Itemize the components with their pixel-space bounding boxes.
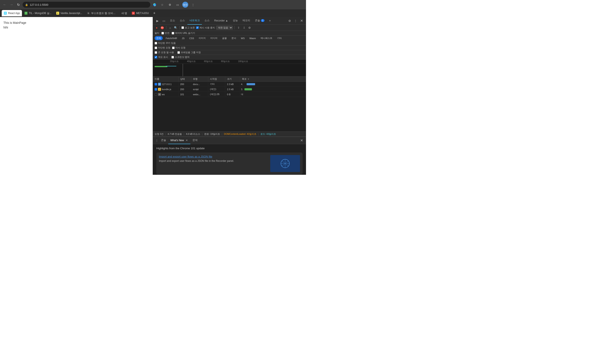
devtools-inspect-button[interactable]: ▶ xyxy=(155,18,160,24)
devtools-more-button[interactable]: ⋮ xyxy=(293,18,298,24)
search-button[interactable]: 🔍 xyxy=(174,26,178,30)
tab-new[interactable]: 새 탭 xyxy=(119,10,129,16)
cache-disable-input[interactable] xyxy=(196,26,199,29)
log-preserve-checkbox[interactable]: 로그 보존 xyxy=(181,26,195,29)
type-btn-ws[interactable]: WS xyxy=(239,37,246,40)
blocked-cookies-input[interactable] xyxy=(155,42,157,44)
blocked-req-checkbox[interactable]: 차단된 요청 xyxy=(155,46,170,49)
devtools-tab-performance[interactable]: 성능 xyxy=(231,17,240,25)
tab-label-vanilla: Vanilla Javascript... xyxy=(60,12,83,15)
status-bar: 요청 3건 | 4.7 kB 전송됨 | 4.0 kB 리소스 | 완료: 19… xyxy=(153,131,306,136)
bottom-tab-close-button[interactable]: ✕ xyxy=(185,139,188,142)
devtools-tab-recorder[interactable]: Recorder ▲ xyxy=(212,17,230,25)
devtools-device-button[interactable]: ▭ xyxy=(161,18,167,24)
table-row[interactable]: J bundle.js 200 script (색인) 2.5 kB 3. xyxy=(153,87,306,92)
th-type[interactable]: 유형 xyxy=(191,77,208,81)
th-initiator[interactable]: 시작점 xyxy=(208,77,225,81)
log-preserve-input[interactable] xyxy=(181,26,184,29)
bottom-panel-close-button[interactable]: ✕ xyxy=(299,138,304,143)
row-checkbox-3 xyxy=(155,93,157,96)
blocked-cookies-checkbox[interactable]: 차단된 쿠키 있음 xyxy=(155,41,176,45)
back-button[interactable]: ← xyxy=(2,2,8,8)
type-btn-wasm[interactable]: Wasm xyxy=(248,37,258,40)
type-btn-js[interactable]: JS xyxy=(180,37,186,40)
devtools-tab-sources2[interactable]: 소스 xyxy=(202,17,212,25)
bottom-tab-issues[interactable]: 문제 xyxy=(190,137,200,144)
blocked-req-input[interactable] xyxy=(155,47,157,49)
invert-input[interactable] xyxy=(161,32,164,34)
whats-new-card-1[interactable]: Import and export user flows as a JSON f… xyxy=(156,153,303,175)
timeline-mark-40: 40밀리초 xyxy=(187,60,196,63)
bottom-options-button[interactable]: ⋮ xyxy=(155,138,159,143)
th-name[interactable]: 이름 xyxy=(153,77,179,81)
overview-checkbox[interactable]: 개요 표시 xyxy=(155,55,168,59)
tab-react-app[interactable]: R React App xyxy=(2,10,22,16)
options-row3: 개요 표시 스크린샷 캡처 xyxy=(153,55,306,60)
devtools-tab-console[interactable]: 콘솔 1 xyxy=(253,17,267,25)
forward-button[interactable]: → xyxy=(9,2,14,8)
bottom-tab-console[interactable]: 콘솔 xyxy=(159,137,168,144)
type-btn-other[interactable]: 기타 xyxy=(275,36,283,40)
type-btn-css[interactable]: CSS xyxy=(188,37,196,40)
screenshot-input[interactable] xyxy=(171,56,174,58)
hide-data-urls-input[interactable] xyxy=(172,32,174,34)
overview-input[interactable] xyxy=(155,56,157,58)
network-conditions-button[interactable]: ⚙ xyxy=(248,26,252,30)
import-har-button[interactable]: ⇧ xyxy=(236,26,241,30)
card-title-1[interactable]: Import and export user flows as a JSON f… xyxy=(159,155,268,158)
address-bar[interactable]: 🔒 127.0.0.1:5500 xyxy=(23,2,150,8)
frame-group-input[interactable] xyxy=(177,51,180,54)
type-btn-font[interactable]: 글꼴 xyxy=(220,36,228,40)
translate-button[interactable]: 🌎 xyxy=(152,2,158,8)
type-btn-manifest[interactable]: 매니페스트 xyxy=(259,36,274,40)
devtools-close-button[interactable]: ✕ xyxy=(299,18,304,24)
invert-checkbox[interactable]: 반전 xyxy=(161,31,169,35)
tab-met[interactable]: M MET:AJOU xyxy=(130,10,151,16)
clear-button[interactable]: ⛔ xyxy=(160,26,164,30)
type-btn-image[interactable]: 이미지 xyxy=(197,36,208,40)
type-btn-media[interactable]: 미디어 xyxy=(209,36,219,40)
reload-button[interactable]: ↻ xyxy=(15,2,21,8)
tab-vanilla[interactable]: V Vanilla Javascript... xyxy=(54,10,84,16)
third-party-input[interactable] xyxy=(172,47,175,49)
table-row[interactable]: W ws 101 webs... (색인):35 0 B 대 xyxy=(153,92,306,97)
type-btn-fetch[interactable]: Fetch/XHR xyxy=(164,37,179,40)
profile-button[interactable]: 영진 xyxy=(182,2,188,8)
td-status-1: 200 xyxy=(179,82,191,86)
third-party-checkbox[interactable]: 타사 요청 xyxy=(172,46,185,49)
table-row[interactable]: D 127.0.0.1 200 docu... 기타 2.3 kB 4. xyxy=(153,82,306,87)
frame-group-checkbox[interactable]: 프레임별 그룹 지정 xyxy=(177,51,201,54)
card-desc-1: Import and export user flows as a JSON f… xyxy=(159,159,268,163)
filter-button[interactable]: ☼ xyxy=(168,26,172,30)
td-type-3: webs... xyxy=(191,92,208,97)
split-button[interactable]: ▭ xyxy=(175,2,181,8)
record-button[interactable]: ● xyxy=(155,26,159,30)
devtools-tab-more[interactable]: » xyxy=(267,17,273,25)
th-size[interactable]: 크기 xyxy=(225,77,240,81)
devtools-tab-memory[interactable]: 메모리 xyxy=(240,17,252,25)
throttle-select[interactable]: 제한 없음 xyxy=(216,26,233,29)
devtools-tab-sources[interactable]: 소스 xyxy=(178,17,187,25)
devtools-tab-network[interactable]: 네트워크 xyxy=(187,17,202,25)
type-btn-doc[interactable]: 문서 xyxy=(230,36,238,40)
large-rows-checkbox[interactable]: 큰 요청 열 사용 xyxy=(155,51,174,54)
new-tab-button[interactable]: + xyxy=(151,10,157,16)
bottom-tab-whats-new[interactable]: What's New ✕ xyxy=(168,137,190,144)
hide-data-urls-checkbox[interactable]: 데이터 URL 숨기기 xyxy=(172,31,195,35)
export-har-button[interactable]: ⇩ xyxy=(242,26,246,30)
type-filter-row: 전체 Fetch/XHR JS CSS 이미지 미디어 글꼴 문서 WS Was… xyxy=(153,36,306,46)
large-rows-input[interactable] xyxy=(155,51,157,54)
devtools-settings-button[interactable]: ⚙ xyxy=(287,18,292,24)
menu-button[interactable]: ⋮ xyxy=(190,2,196,8)
th-waterfall[interactable]: 폭포 ▼ xyxy=(240,77,306,81)
cache-disable-checkbox[interactable]: 캐시 사용 중지 xyxy=(196,26,215,29)
screenshot-checkbox[interactable]: 스크린샷 캡처 xyxy=(171,55,190,59)
tab-til[interactable]: T TIL - MongoDB 설... xyxy=(22,10,54,16)
network-table: 이름 상태 유형 시작점 크기 폭포 ▼ D 127.0.0.1 200 doc… xyxy=(153,77,306,131)
type-btn-all[interactable]: 전체 xyxy=(155,36,163,40)
extension-button[interactable]: ⚙ xyxy=(167,2,173,8)
th-status[interactable]: 상태 xyxy=(179,77,191,81)
devtools-tab-elements[interactable]: 요소 xyxy=(168,17,177,25)
bookmark-button[interactable]: ☆ xyxy=(159,2,165,8)
tab-github[interactable]: G 부스트캠프 웹·모바일... xyxy=(85,10,119,16)
